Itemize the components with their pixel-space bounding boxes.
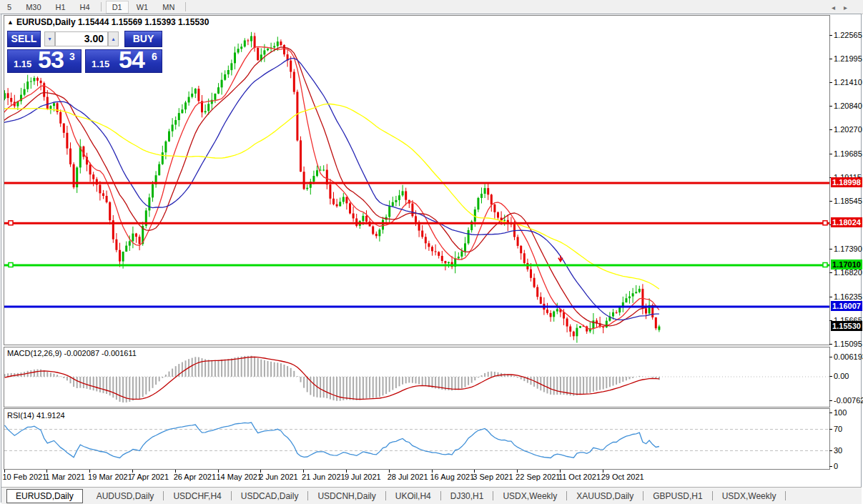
sell-price-display[interactable]: 1.15 53 3 (7, 49, 82, 73)
date-axis-label: 10 Feb 2021 (3, 473, 47, 481)
tab-xauusd-daily[interactable]: XAUUSD,Daily (567, 491, 643, 501)
price-axis-label: 1.21995 (834, 54, 862, 64)
buy-price-prefix: 1.15 (92, 59, 109, 69)
hline-price-label: 1.17010 (831, 260, 862, 270)
price-axis-tick (829, 344, 832, 345)
tab-scroll-left-icon[interactable]: ◂ (832, 4, 844, 11)
price-axis-label: 1.17390 (834, 244, 862, 254)
timeframe-button-5[interactable]: 5 (1, 1, 18, 14)
price-axis-label: 1.20270 (834, 125, 862, 134)
macd-label: MACD(12,26,9) -0.002087 -0.001611 (7, 349, 137, 357)
buy-button[interactable]: BUY (124, 31, 162, 47)
rsi-axis-label: 30 (834, 446, 842, 455)
price-axis-tick (829, 201, 832, 202)
ohlc-values: EURUSD,Daily 1.15444 1.15569 1.15393 1.1… (16, 17, 209, 27)
volume-decrease-button[interactable]: ▾ (44, 31, 55, 46)
tab-usdx-weekly[interactable]: USDX,Weekly (713, 491, 786, 501)
price-axis-label: 1.21410 (834, 78, 862, 87)
tab-scroll-right-icon[interactable]: ▸ (844, 4, 856, 11)
tab-usdx-weekly[interactable]: USDX,Weekly (493, 491, 566, 501)
sell-price-digits: 53 (38, 46, 64, 74)
date-axis-label: 21 Jun 2021 (302, 473, 345, 481)
chart-ohlc-title: ▲EURUSD,Daily 1.15444 1.15569 1.15393 1.… (7, 17, 209, 27)
date-axis-label: 19 Mar 2021 (88, 473, 132, 481)
date-axis-label: 3 Sep 2021 (473, 473, 513, 481)
macd-axis-label: -0.00762 (834, 396, 863, 405)
date-axis-label: 26 Apr 2021 (174, 473, 216, 481)
price-axis-label: 1.20840 (834, 102, 862, 111)
tab-usdchf-h4[interactable]: USDCHF,H4 (164, 491, 230, 501)
date-axis-label: 7 Apr 2021 (131, 473, 169, 481)
timeframe-button-d1[interactable]: D1 (106, 1, 129, 14)
price-axis-tick (829, 249, 832, 249)
date-axis-label: 28 Jul 2021 (388, 473, 428, 481)
timeframe-button-m30[interactable]: M30 (19, 1, 47, 14)
rsi-axis-label: 70 (834, 425, 842, 434)
rsi-axis-label: 100 (834, 408, 847, 417)
hline-price-label: 1.18024 (831, 217, 862, 227)
date-axis-label: 11 Oct 2021 (558, 473, 601, 481)
tab-usdcnh-daily[interactable]: USDCNH,Daily (308, 491, 385, 501)
macd-axis-tick (829, 357, 832, 357)
macd-axis-label: 0.00 (834, 372, 849, 381)
arrow-up-icon: ▴ (112, 36, 114, 42)
rsi-axis-tick (829, 466, 832, 467)
price-axis-tick (829, 297, 832, 297)
rsi-label: RSI(14) 41.9124 (7, 411, 65, 420)
tab-audusd-daily[interactable]: AUDUSD,Daily (87, 491, 164, 501)
sell-price-pip: 3 (69, 51, 75, 62)
rsi-axis-label: 0 (834, 462, 838, 471)
collapse-triangle-icon[interactable]: ▲ (7, 19, 14, 26)
timeframe-button-h4[interactable]: H4 (74, 1, 97, 14)
rsi-axis-tick (829, 412, 832, 413)
macd-axis-label: 0.006193 (834, 352, 863, 362)
tab-eurusd-daily[interactable]: EURUSD,Daily (6, 489, 83, 503)
bid-price-label: 1.15530 (831, 321, 862, 331)
price-axis-tick (829, 272, 832, 273)
tab-dj30-h1[interactable]: DJ30,H1 (441, 491, 493, 501)
price-axis-tick (829, 35, 832, 36)
timeframe-toolbar: 5M30H1H4D1W1MN (0, 0, 863, 14)
price-axis-tick (829, 59, 832, 59)
price-axis-tick (829, 129, 832, 130)
price-axis-label: 1.16235 (834, 292, 862, 302)
date-axis-label: 14 May 2021 (217, 473, 262, 481)
price-axis-tick (829, 106, 832, 107)
tab-scroll-arrows[interactable]: ◂▸ (832, 4, 856, 11)
tab-ukoil-h4[interactable]: UKOil,H4 (386, 491, 440, 501)
rsi-axis-tick (829, 450, 832, 451)
date-axis-label: 16 Aug 2021 (430, 473, 475, 481)
macd-axis-tick (829, 400, 832, 401)
price-axis-tick (829, 154, 832, 154)
buy-price-digits: 54 (119, 46, 144, 74)
timeframe-button-h1[interactable]: H1 (49, 1, 72, 14)
rsi-pane[interactable] (4, 408, 830, 470)
volume-input[interactable]: 3.00 (55, 31, 108, 46)
buy-price-pip: 6 (152, 51, 157, 62)
volume-increase-button[interactable]: ▴ (108, 31, 119, 46)
tab-separator (785, 491, 786, 500)
date-axis-label: 2 Jun 2021 (259, 473, 297, 481)
tab-gbpusd-h1[interactable]: GBPUSD,H1 (643, 491, 711, 501)
sell-button[interactable]: SELL (7, 31, 41, 47)
date-axis-label: 1 Mar 2021 (45, 473, 85, 481)
date-axis-label: 9 Jul 2021 (345, 473, 381, 481)
date-axis-label: 22 Sep 2021 (516, 473, 560, 481)
toolbar-separator (101, 2, 102, 11)
date-axis-label: 29 Oct 2021 (601, 473, 644, 481)
trading-terminal: 5M30H1H4D1W1MN ▲EURUSD,Daily 1.15444 1.1… (0, 0, 863, 504)
price-axis-label: 1.19685 (834, 149, 862, 159)
rsi-chart (4, 409, 830, 470)
price-axis-label: 1.22565 (834, 31, 862, 40)
hline-price-label: 1.18998 (831, 177, 862, 187)
tab-usdcad-daily[interactable]: USDCAD,Daily (232, 491, 308, 501)
tab-bar: EURUSD,DailyAUDUSD,DailyUSDCHF,H4USDCAD,… (1, 487, 862, 504)
buy-price-display[interactable]: 1.15 54 6 (85, 49, 162, 73)
timeframe-button-mn[interactable]: MN (156, 1, 181, 14)
macd-axis-tick (829, 376, 832, 377)
price-axis-tick (829, 82, 832, 83)
timeframe-button-w1[interactable]: W1 (130, 1, 155, 14)
sell-price-prefix: 1.15 (14, 59, 31, 69)
price-axis-label: 1.18545 (834, 197, 862, 206)
arrow-down-icon: ▾ (48, 36, 51, 42)
